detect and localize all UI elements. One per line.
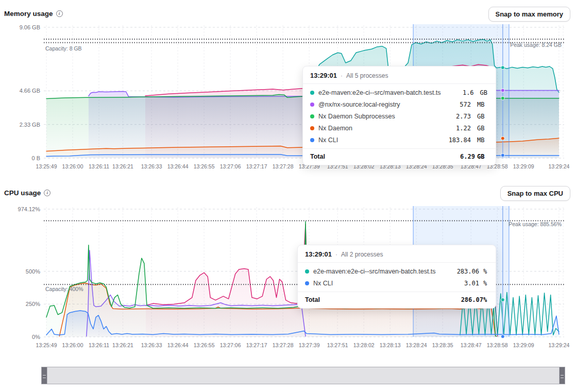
series-unit: GB bbox=[477, 113, 488, 120]
x-tick-label: 13:27:51 bbox=[327, 342, 348, 348]
y-tick-label: 2.33 GB bbox=[4, 122, 40, 128]
cpu-peak-label: Peak usage: 885.56% bbox=[509, 221, 562, 227]
y-tick-label: 250% bbox=[4, 301, 40, 307]
series-value: 283.06 bbox=[450, 268, 479, 275]
y-tick-label: 9.06 GB bbox=[4, 24, 40, 30]
x-tick-label: 13:25:49 bbox=[36, 163, 57, 169]
x-tick-label: 13:26:55 bbox=[194, 342, 215, 348]
brush-track[interactable] bbox=[47, 367, 560, 384]
y-tick-label: 4.66 GB bbox=[4, 88, 40, 94]
memory-tooltip-total: Total 6.29 GB bbox=[303, 149, 496, 165]
y-tick-label: 0 B bbox=[4, 155, 40, 161]
series-unit: MB bbox=[477, 101, 488, 108]
tooltip-row: e2e-maven:e2e-ci--src/maven-batch.test.t… bbox=[305, 265, 488, 277]
series-value: 1.22 bbox=[442, 125, 471, 132]
series-name: e2e-maven:e2e-ci--src/maven-batch.test.t… bbox=[318, 89, 441, 96]
series-unit: GB bbox=[477, 125, 488, 132]
tooltip-row: Nx CLI3.01% bbox=[305, 277, 488, 289]
x-tick-label: 13:28:35 bbox=[432, 342, 453, 348]
total-unit: % bbox=[483, 296, 488, 303]
tooltip-row: e2e-maven:e2e-ci--src/maven-batch.test.t… bbox=[310, 87, 488, 98]
series-color-dot bbox=[310, 138, 314, 142]
tooltip-subtitle: All 2 processes bbox=[341, 251, 383, 258]
cpu-chart-title: CPU usage i bbox=[4, 189, 50, 197]
x-tick-label: 13:28:02 bbox=[353, 342, 375, 348]
x-tick-label: 13:26:21 bbox=[112, 342, 133, 348]
cpu-tooltip: 13:29:01 · All 2 processes e2e-maven:e2e… bbox=[297, 245, 496, 309]
total-unit: GB bbox=[477, 153, 488, 160]
tooltip-row: Nx CLI183.84MB bbox=[310, 134, 488, 146]
x-tick-label: 13:27:06 bbox=[220, 163, 241, 169]
memory-chart-title: Memory usage i bbox=[4, 10, 63, 18]
x-tick-label: 13:27:17 bbox=[246, 163, 267, 169]
x-tick-label: 13:26:00 bbox=[62, 163, 83, 169]
series-unit: MB bbox=[477, 137, 488, 144]
x-tick-label: 13:26:55 bbox=[194, 163, 215, 169]
memory-tooltip: 13:29:01 · All 5 processes e2e-maven:e2e… bbox=[302, 66, 496, 165]
x-tick-label: 13:26:21 bbox=[112, 163, 133, 169]
series-color-dot bbox=[305, 281, 309, 285]
tooltip-separator: · bbox=[335, 251, 337, 258]
series-unit: % bbox=[483, 268, 488, 275]
timeline-brush[interactable] bbox=[41, 367, 565, 384]
x-tick-label: 13:29:09 bbox=[513, 163, 534, 169]
x-tick-label: 13:28:47 bbox=[461, 342, 482, 348]
x-tick-label: 13:27:39 bbox=[299, 342, 320, 348]
series-value: 1.6 bbox=[445, 89, 474, 96]
series-name: Nx Daemon Subprocesses bbox=[318, 113, 438, 120]
series-unit: % bbox=[483, 280, 488, 287]
brush-right-handle[interactable] bbox=[560, 367, 565, 384]
series-name: Nx Daemon bbox=[318, 125, 438, 132]
y-tick-label: 0% bbox=[4, 334, 40, 340]
x-tick-label: 13:27:28 bbox=[273, 342, 294, 348]
x-tick-label: 13:26:33 bbox=[141, 163, 162, 169]
y-tick-label: 974.12% bbox=[4, 206, 40, 212]
series-color-dot bbox=[310, 91, 314, 95]
x-tick-label: 13:27:06 bbox=[220, 342, 241, 348]
x-tick-label: 13:26:11 bbox=[89, 342, 109, 348]
memory-title-text: Memory usage bbox=[4, 10, 53, 18]
tooltip-separator: · bbox=[341, 72, 343, 79]
x-tick-label: 13:28:24 bbox=[406, 342, 427, 348]
memory-peak-label: Peak usage: 8.24 GB bbox=[510, 42, 562, 48]
series-unit: GB bbox=[480, 89, 492, 96]
x-tick-label: 13:29:24 bbox=[548, 342, 569, 348]
series-color-dot bbox=[310, 126, 314, 130]
x-tick-label: 13:29:24 bbox=[548, 163, 569, 169]
cpu-title-text: CPU usage bbox=[4, 189, 41, 197]
info-icon[interactable]: i bbox=[56, 10, 63, 17]
cpu-tooltip-total: Total 286.07 % bbox=[298, 292, 496, 308]
x-tick-label: 13:28:13 bbox=[380, 342, 401, 348]
total-value: 6.29 bbox=[460, 153, 475, 160]
tooltip-row: Nx Daemon1.22GB bbox=[310, 122, 488, 134]
tooltip-time: 13:29:01 bbox=[310, 72, 337, 79]
tooltip-time: 13:29:01 bbox=[305, 250, 332, 258]
x-tick-label: 13:29:09 bbox=[513, 342, 534, 348]
total-label: Total bbox=[310, 153, 460, 160]
series-color-dot bbox=[310, 103, 314, 107]
x-tick-label: 13:26:00 bbox=[62, 342, 83, 348]
snap-to-max-cpu-button[interactable]: Snap to max CPU bbox=[500, 186, 570, 201]
snap-to-max-memory-button[interactable]: Snap to max memory bbox=[488, 7, 571, 22]
series-value: 183.84 bbox=[442, 137, 471, 144]
series-color-dot bbox=[310, 114, 314, 118]
memory-capacity-label: Capacity: 8 GB bbox=[45, 45, 82, 52]
cpu-capacity-label: Capacity: 400% bbox=[45, 286, 83, 292]
x-tick-label: 13:27:17 bbox=[246, 342, 267, 348]
x-tick-label: 13:26:44 bbox=[167, 342, 189, 348]
x-tick-label: 13:26:33 bbox=[141, 342, 162, 348]
memory-tooltip-header: 13:29:01 · All 5 processes bbox=[303, 66, 496, 83]
tooltip-row: Nx Daemon Subprocesses2.73GB bbox=[310, 110, 488, 122]
x-tick-label: 13:25:49 bbox=[36, 342, 57, 348]
x-tick-label: 13:26:11 bbox=[89, 163, 109, 169]
info-icon[interactable]: i bbox=[44, 190, 50, 196]
series-name: e2e-maven:e2e-ci--src/maven-batch.test.t… bbox=[313, 268, 446, 275]
cpu-tooltip-header: 13:29:01 · All 2 processes bbox=[298, 245, 496, 262]
series-name: Nx CLI bbox=[318, 137, 438, 144]
series-value: 3.01 bbox=[450, 280, 479, 287]
x-tick-label: 13:28:58 bbox=[487, 342, 508, 348]
brush-left-handle[interactable] bbox=[42, 367, 47, 384]
x-tick-label: 13:26:44 bbox=[167, 163, 189, 169]
series-value: 2.73 bbox=[442, 113, 471, 120]
x-tick-label: 13:27:28 bbox=[273, 163, 294, 169]
